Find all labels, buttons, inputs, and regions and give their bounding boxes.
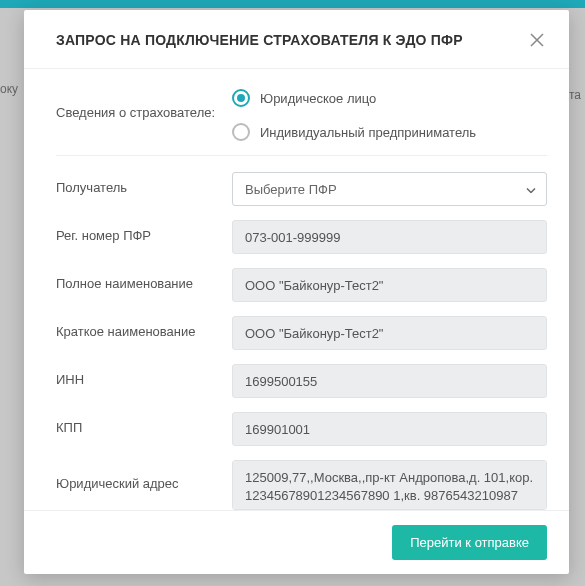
reg-number-row: Рег. номер ПФР bbox=[56, 220, 547, 254]
reg-number-input[interactable] bbox=[232, 220, 547, 254]
short-name-row: Краткое наименование bbox=[56, 316, 547, 350]
radio-icon bbox=[232, 123, 250, 141]
select-placeholder: Выберите ПФР bbox=[245, 182, 337, 197]
submit-button[interactable]: Перейти к отправке bbox=[392, 525, 547, 560]
radio-individual-entrepreneur[interactable]: Индивидуальный предприниматель bbox=[232, 123, 547, 141]
modal-body: Сведения о страхователе: Юридическое лиц… bbox=[24, 69, 569, 510]
insurer-section-label: Сведения о страхователе: bbox=[56, 87, 232, 120]
backdrop: оку рта ЗАПРОС НА ПОДКЛЮЧЕНИЕ СТРАХОВАТЕ… bbox=[0, 0, 585, 586]
bg-text: оку bbox=[0, 82, 18, 96]
insurer-type-row: Сведения о страхователе: Юридическое лиц… bbox=[56, 87, 547, 141]
full-name-input[interactable] bbox=[232, 268, 547, 302]
recipient-row: Получатель Выберите ПФР bbox=[56, 155, 547, 206]
legal-address-row: Юридический адрес bbox=[56, 460, 547, 510]
modal-footer: Перейти к отправке bbox=[24, 510, 569, 574]
kpp-label: КПП bbox=[56, 412, 232, 435]
modal-header: ЗАПРОС НА ПОДКЛЮЧЕНИЕ СТРАХОВАТЕЛЯ К ЭДО… bbox=[24, 10, 569, 69]
short-name-input[interactable] bbox=[232, 316, 547, 350]
chevron-down-icon bbox=[526, 182, 536, 197]
recipient-select[interactable]: Выберите ПФР bbox=[232, 172, 547, 206]
inn-row: ИНН bbox=[56, 364, 547, 398]
full-name-row: Полное наименование bbox=[56, 268, 547, 302]
close-button[interactable] bbox=[527, 30, 547, 50]
inn-label: ИНН bbox=[56, 364, 232, 387]
kpp-row: КПП bbox=[56, 412, 547, 446]
legal-address-label: Юридический адрес bbox=[56, 460, 232, 491]
radio-label: Юридическое лицо bbox=[260, 91, 376, 106]
modal-title: ЗАПРОС НА ПОДКЛЮЧЕНИЕ СТРАХОВАТЕЛЯ К ЭДО… bbox=[56, 32, 463, 48]
insurer-type-group: Юридическое лицо Индивидуальный предприн… bbox=[232, 87, 547, 141]
legal-address-input[interactable] bbox=[232, 460, 547, 510]
radio-label: Индивидуальный предприниматель bbox=[260, 125, 476, 140]
radio-icon bbox=[232, 89, 250, 107]
radio-legal-entity[interactable]: Юридическое лицо bbox=[232, 89, 547, 107]
recipient-label: Получатель bbox=[56, 172, 232, 195]
inn-input[interactable] bbox=[232, 364, 547, 398]
reg-number-label: Рег. номер ПФР bbox=[56, 220, 232, 243]
app-topbar bbox=[0, 0, 585, 8]
short-name-label: Краткое наименование bbox=[56, 316, 232, 339]
close-icon bbox=[530, 33, 544, 47]
kpp-input[interactable] bbox=[232, 412, 547, 446]
modal-dialog: ЗАПРОС НА ПОДКЛЮЧЕНИЕ СТРАХОВАТЕЛЯ К ЭДО… bbox=[24, 10, 569, 574]
full-name-label: Полное наименование bbox=[56, 268, 232, 291]
